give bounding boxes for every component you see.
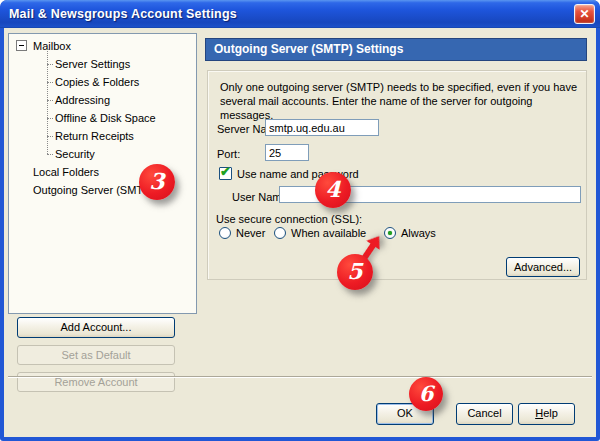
radio-when-available-label[interactable]: When available	[291, 227, 366, 239]
dialog-body: Mailbox Server Settings Copies & Folders…	[4, 28, 596, 437]
radio-when-available[interactable]	[274, 227, 286, 239]
panel-title: Outgoing Server (SMTP) Settings	[205, 38, 587, 61]
radio-never[interactable]	[219, 227, 231, 239]
radio-always[interactable]	[384, 227, 396, 239]
use-name-password-checkbox[interactable]: ✔	[219, 167, 232, 180]
footer-separator	[8, 376, 592, 378]
tree-item-security[interactable]: Security	[9, 145, 196, 163]
close-icon[interactable]: ✕	[574, 4, 595, 24]
smtp-settings-group: Only one outgoing server (SMTP) needs to…	[207, 70, 587, 280]
step-3-annotation: 3	[139, 164, 175, 200]
remove-account-button: Remove Account	[17, 372, 175, 392]
title-bar: Mail & Newsgroups Account Settings ✕	[0, 0, 600, 28]
radio-always-label[interactable]: Always	[401, 227, 436, 239]
server-name-input[interactable]	[265, 119, 379, 136]
advanced-button[interactable]: Advanced...	[506, 257, 580, 277]
description-text: Only one outgoing server (SMTP) needs to…	[220, 80, 578, 122]
tree-item-addressing[interactable]: Addressing	[9, 91, 196, 109]
tree-item-return-receipts[interactable]: Return Receipts	[9, 127, 196, 145]
port-label: Port:	[217, 148, 240, 160]
tree-item-copies-folders[interactable]: Copies & Folders	[9, 73, 196, 91]
help-button-label: Help	[535, 404, 558, 423]
tree-item-mailbox[interactable]: Mailbox	[9, 37, 196, 55]
mailbox-children: Server Settings Copies & Folders Address…	[9, 55, 196, 163]
ssl-connection-label: Use secure connection (SSL):	[216, 213, 362, 225]
radio-never-label[interactable]: Never	[236, 227, 265, 239]
port-input[interactable]	[265, 144, 309, 161]
cancel-button[interactable]: Cancel	[456, 403, 513, 425]
step-5-annotation: 5	[337, 254, 373, 290]
help-button[interactable]: Help	[518, 403, 575, 425]
tree-item-offline-disk-space[interactable]: Offline & Disk Space	[9, 109, 196, 127]
step-4-annotation: 4	[315, 172, 351, 208]
set-as-default-button: Set as Default	[17, 345, 175, 365]
ssl-radio-group: Never When available Always	[208, 226, 586, 240]
collapse-icon[interactable]	[16, 40, 27, 51]
account-settings-dialog: Mail & Newsgroups Account Settings ✕ Mai…	[0, 0, 600, 441]
window-title: Mail & Newsgroups Account Settings	[0, 7, 237, 21]
step-6-annotation: 6	[409, 377, 443, 411]
checkmark-icon: ✔	[220, 165, 231, 178]
tree-item-server-settings[interactable]: Server Settings	[9, 55, 196, 73]
add-account-button[interactable]: Add Account...	[17, 317, 175, 338]
